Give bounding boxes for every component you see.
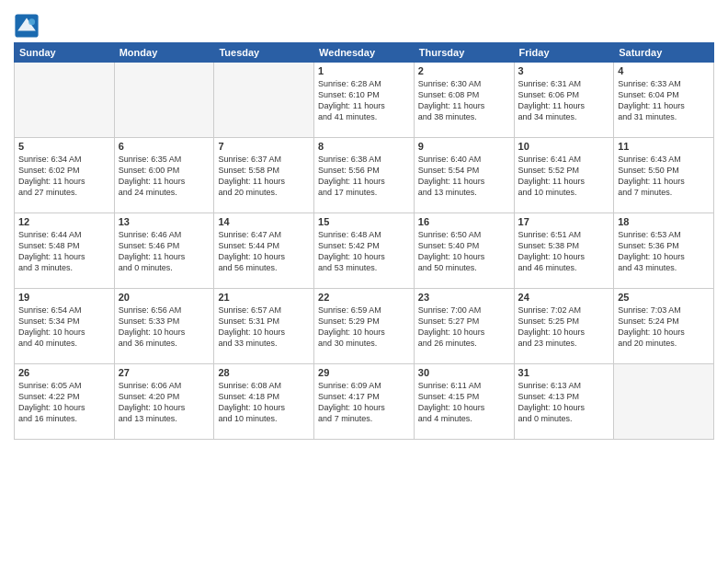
cell-text: Sunrise: 6:05 AM Sunset: 4:22 PM Dayligh… [18, 380, 110, 425]
cell-text: Sunrise: 6:13 AM Sunset: 4:13 PM Dayligh… [518, 380, 610, 425]
logo-icon [14, 13, 40, 39]
logo [14, 13, 42, 39]
day-number: 14 [218, 216, 310, 227]
day-number: 28 [218, 367, 310, 378]
calendar-cell: 29Sunrise: 6:09 AM Sunset: 4:17 PM Dayli… [314, 364, 415, 440]
cell-text: Sunrise: 6:41 AM Sunset: 5:52 PM Dayligh… [518, 154, 610, 199]
cell-text: Sunrise: 6:06 AM Sunset: 4:20 PM Dayligh… [119, 380, 210, 425]
day-number: 15 [318, 216, 410, 227]
cell-text: Sunrise: 6:46 AM Sunset: 5:46 PM Dayligh… [119, 229, 210, 274]
calendar-table: SundayMondayTuesdayWednesdayThursdayFrid… [14, 42, 714, 440]
calendar-cell: 8Sunrise: 6:38 AM Sunset: 5:56 PM Daylig… [314, 138, 415, 213]
day-number: 7 [218, 141, 310, 152]
calendar-cell: 26Sunrise: 6:05 AM Sunset: 4:22 PM Dayli… [15, 364, 115, 440]
day-number: 5 [18, 141, 110, 152]
cell-text: Sunrise: 6:31 AM Sunset: 6:06 PM Dayligh… [518, 78, 610, 123]
calendar-cell: 24Sunrise: 7:02 AM Sunset: 5:25 PM Dayli… [514, 289, 614, 364]
calendar-cell: 16Sunrise: 6:50 AM Sunset: 5:40 PM Dayli… [414, 213, 514, 289]
calendar-cell [214, 63, 314, 138]
calendar-cell [614, 364, 714, 440]
cell-text: Sunrise: 6:09 AM Sunset: 4:17 PM Dayligh… [318, 380, 410, 425]
day-number: 29 [318, 367, 410, 378]
cell-text: Sunrise: 6:56 AM Sunset: 5:33 PM Dayligh… [119, 304, 210, 350]
day-number: 6 [119, 141, 210, 152]
calendar-week-1: 1Sunrise: 6:28 AM Sunset: 6:10 PM Daylig… [15, 63, 714, 138]
cell-text: Sunrise: 6:33 AM Sunset: 6:04 PM Dayligh… [618, 78, 710, 123]
header [14, 9, 714, 39]
day-number: 8 [318, 141, 410, 152]
calendar-cell: 21Sunrise: 6:57 AM Sunset: 5:31 PM Dayli… [214, 289, 314, 364]
calendar-cell: 28Sunrise: 6:08 AM Sunset: 4:18 PM Dayli… [214, 364, 314, 440]
day-number: 16 [418, 216, 510, 227]
cell-text: Sunrise: 6:34 AM Sunset: 6:02 PM Dayligh… [18, 154, 110, 199]
day-number: 21 [218, 292, 310, 303]
cell-text: Sunrise: 6:59 AM Sunset: 5:29 PM Dayligh… [318, 304, 410, 350]
calendar-cell: 7Sunrise: 6:37 AM Sunset: 5:58 PM Daylig… [214, 138, 314, 213]
calendar-cell: 19Sunrise: 6:54 AM Sunset: 5:34 PM Dayli… [15, 289, 115, 364]
calendar-cell: 12Sunrise: 6:44 AM Sunset: 5:48 PM Dayli… [15, 213, 115, 289]
weekday-header-row: SundayMondayTuesdayWednesdayThursdayFrid… [15, 43, 714, 63]
day-number: 23 [418, 292, 510, 303]
weekday-header-friday: Friday [514, 43, 614, 63]
day-number: 1 [318, 65, 410, 76]
cell-text: Sunrise: 6:35 AM Sunset: 6:00 PM Dayligh… [119, 154, 210, 199]
day-number: 12 [18, 216, 110, 227]
page: SundayMondayTuesdayWednesdayThursdayFrid… [0, 0, 728, 563]
cell-text: Sunrise: 6:11 AM Sunset: 4:15 PM Dayligh… [418, 380, 510, 425]
weekday-header-sunday: Sunday [15, 43, 115, 63]
day-number: 25 [618, 292, 710, 303]
day-number: 10 [518, 141, 610, 152]
day-number: 22 [318, 292, 410, 303]
calendar-cell: 11Sunrise: 6:43 AM Sunset: 5:50 PM Dayli… [614, 138, 714, 213]
day-number: 20 [119, 292, 210, 303]
cell-text: Sunrise: 7:02 AM Sunset: 5:25 PM Dayligh… [518, 304, 610, 350]
calendar-week-3: 12Sunrise: 6:44 AM Sunset: 5:48 PM Dayli… [15, 213, 714, 289]
cell-text: Sunrise: 6:30 AM Sunset: 6:08 PM Dayligh… [418, 78, 510, 123]
calendar-cell: 14Sunrise: 6:47 AM Sunset: 5:44 PM Dayli… [214, 213, 314, 289]
calendar-cell: 18Sunrise: 6:53 AM Sunset: 5:36 PM Dayli… [614, 213, 714, 289]
day-number: 11 [618, 141, 710, 152]
day-number: 30 [418, 367, 510, 378]
day-number: 9 [418, 141, 510, 152]
cell-text: Sunrise: 6:37 AM Sunset: 5:58 PM Dayligh… [218, 154, 310, 199]
cell-text: Sunrise: 6:48 AM Sunset: 5:42 PM Dayligh… [318, 229, 410, 274]
calendar-cell: 6Sunrise: 6:35 AM Sunset: 6:00 PM Daylig… [114, 138, 214, 213]
calendar-cell: 2Sunrise: 6:30 AM Sunset: 6:08 PM Daylig… [414, 63, 514, 138]
cell-text: Sunrise: 6:44 AM Sunset: 5:48 PM Dayligh… [18, 229, 110, 274]
day-number: 17 [518, 216, 610, 227]
day-number: 19 [18, 292, 110, 303]
weekday-header-tuesday: Tuesday [214, 43, 314, 63]
day-number: 31 [518, 367, 610, 378]
calendar-cell: 5Sunrise: 6:34 AM Sunset: 6:02 PM Daylig… [15, 138, 115, 213]
calendar-cell: 1Sunrise: 6:28 AM Sunset: 6:10 PM Daylig… [314, 63, 415, 138]
day-number: 3 [518, 65, 610, 76]
calendar-week-5: 26Sunrise: 6:05 AM Sunset: 4:22 PM Dayli… [15, 364, 714, 440]
cell-text: Sunrise: 7:03 AM Sunset: 5:24 PM Dayligh… [618, 304, 710, 350]
calendar-cell: 15Sunrise: 6:48 AM Sunset: 5:42 PM Dayli… [314, 213, 415, 289]
calendar-cell: 9Sunrise: 6:40 AM Sunset: 5:54 PM Daylig… [414, 138, 514, 213]
cell-text: Sunrise: 6:40 AM Sunset: 5:54 PM Dayligh… [418, 154, 510, 199]
cell-text: Sunrise: 6:51 AM Sunset: 5:38 PM Dayligh… [518, 229, 610, 274]
calendar-cell: 10Sunrise: 6:41 AM Sunset: 5:52 PM Dayli… [514, 138, 614, 213]
weekday-header-thursday: Thursday [414, 43, 514, 63]
cell-text: Sunrise: 6:08 AM Sunset: 4:18 PM Dayligh… [218, 380, 310, 425]
day-number: 13 [119, 216, 210, 227]
calendar-cell: 30Sunrise: 6:11 AM Sunset: 4:15 PM Dayli… [414, 364, 514, 440]
cell-text: Sunrise: 6:53 AM Sunset: 5:36 PM Dayligh… [618, 229, 710, 274]
day-number: 27 [119, 367, 210, 378]
day-number: 4 [618, 65, 710, 76]
calendar-cell: 27Sunrise: 6:06 AM Sunset: 4:20 PM Dayli… [114, 364, 214, 440]
calendar-cell: 31Sunrise: 6:13 AM Sunset: 4:13 PM Dayli… [514, 364, 614, 440]
calendar-cell: 23Sunrise: 7:00 AM Sunset: 5:27 PM Dayli… [414, 289, 514, 364]
cell-text: Sunrise: 6:38 AM Sunset: 5:56 PM Dayligh… [318, 154, 410, 199]
day-number: 26 [18, 367, 110, 378]
weekday-header-saturday: Saturday [614, 43, 714, 63]
cell-text: Sunrise: 6:50 AM Sunset: 5:40 PM Dayligh… [418, 229, 510, 274]
calendar-cell: 3Sunrise: 6:31 AM Sunset: 6:06 PM Daylig… [514, 63, 614, 138]
calendar-cell: 20Sunrise: 6:56 AM Sunset: 5:33 PM Dayli… [114, 289, 214, 364]
day-number: 2 [418, 65, 510, 76]
calendar-cell: 4Sunrise: 6:33 AM Sunset: 6:04 PM Daylig… [614, 63, 714, 138]
calendar-cell: 13Sunrise: 6:46 AM Sunset: 5:46 PM Dayli… [114, 213, 214, 289]
weekday-header-wednesday: Wednesday [314, 43, 415, 63]
cell-text: Sunrise: 6:57 AM Sunset: 5:31 PM Dayligh… [218, 304, 310, 350]
